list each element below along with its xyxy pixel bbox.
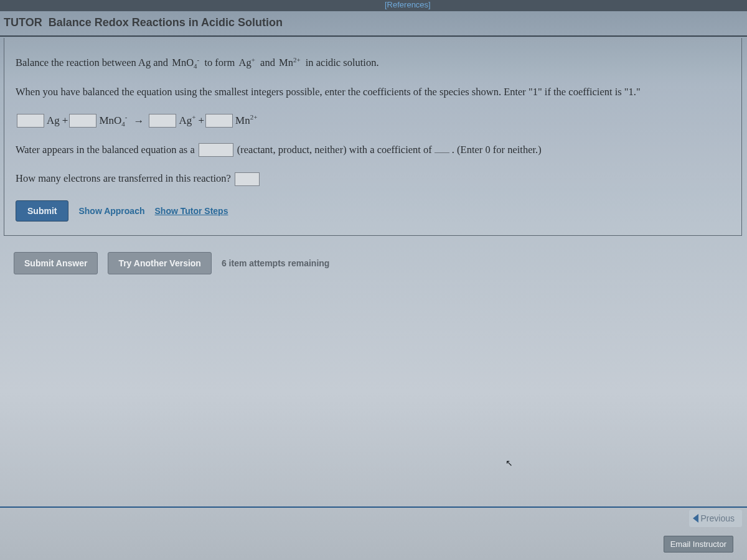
water-coef-blank[interactable] [435, 144, 449, 153]
plus-sign: + [62, 114, 68, 127]
coef-agplus-input[interactable] [149, 114, 176, 128]
top-bar: [References] [0, 0, 747, 11]
coef-mn2-input[interactable] [205, 114, 233, 128]
equation: Ag + MnO4- → Ag+ + Mn2+ [16, 114, 730, 128]
coef-ag-input[interactable] [17, 114, 44, 128]
chevron-left-icon [693, 514, 698, 523]
attempts-remaining: 6 item attempts remaining [222, 258, 330, 268]
species-ag: Ag [47, 114, 60, 127]
references-link[interactable]: [References] [385, 0, 431, 9]
water-question: Water appears in the balanced equation a… [16, 142, 730, 158]
tutor-title: Balance Redox Reactions in Acidic Soluti… [49, 16, 283, 29]
plus-sign-2: + [198, 114, 204, 127]
tutor-header: TUTOR Balance Redox Reactions in Acidic … [0, 11, 747, 37]
question-box: Balance the reaction between Ag and MnO4… [4, 38, 742, 236]
instruction-coefficients: When you have balanced the equation usin… [16, 85, 730, 100]
species-mno4: MnO4- [99, 114, 127, 127]
submit-row: Submit Answer Try Another Version 6 item… [14, 252, 747, 274]
try-another-version-button[interactable]: Try Another Version [108, 252, 212, 274]
coef-mno4-input[interactable] [69, 114, 96, 128]
species-mn2plus: Mn2+ [235, 114, 257, 127]
previous-button[interactable]: Previous [689, 510, 742, 527]
submit-button[interactable]: Submit [16, 200, 68, 222]
tutor-label: TUTOR [4, 16, 42, 29]
electrons-input[interactable] [235, 172, 260, 186]
footer-bar: Previous [0, 506, 747, 529]
cursor-icon: ↖ [505, 458, 513, 469]
reaction-arrow-icon: → [133, 115, 144, 128]
electrons-question: How many electrons are transferred in th… [16, 171, 730, 187]
water-role-input[interactable] [199, 143, 233, 157]
action-row: Submit Show Approach Show Tutor Steps [16, 200, 730, 222]
instruction-reaction: Balance the reaction between Ag and MnO4… [16, 55, 730, 71]
show-tutor-steps-link[interactable]: Show Tutor Steps [155, 206, 228, 216]
email-instructor-button[interactable]: Email Instructor [664, 536, 733, 553]
show-approach-link[interactable]: Show Approach [78, 206, 144, 216]
species-ag-plus: Ag+ [179, 114, 195, 127]
submit-answer-button[interactable]: Submit Answer [14, 252, 98, 274]
